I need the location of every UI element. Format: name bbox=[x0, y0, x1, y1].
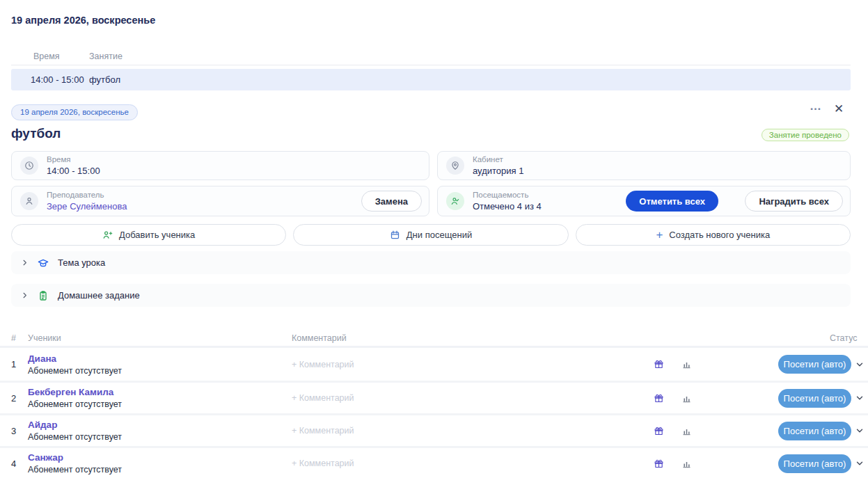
homework-section[interactable]: Домашнее задание bbox=[11, 284, 851, 307]
chevron-right-icon bbox=[21, 259, 29, 266]
subscription-status: Абонемент отсутствует bbox=[28, 465, 292, 475]
subscription-status: Абонемент отсутствует bbox=[28, 399, 292, 409]
page-title: 19 апреля 2026, воскресенье bbox=[11, 15, 155, 26]
bar-chart-icon[interactable] bbox=[672, 459, 700, 469]
teacher-name-link[interactable]: Зере Сулейменова bbox=[47, 201, 361, 212]
comment-placeholder[interactable]: + Комментарий bbox=[292, 360, 645, 369]
visit-days-label: Дни посещений bbox=[407, 230, 472, 240]
attendance-label: Посещаемость bbox=[473, 191, 599, 200]
attendance-card: Посещаемость Отмечено 4 из 4 Отметить вс… bbox=[437, 186, 851, 216]
row-number: 2 bbox=[11, 393, 28, 404]
homework-label: Домашнее задание bbox=[58, 290, 140, 301]
time-value: 14:00 - 15:00 bbox=[47, 166, 100, 177]
bar-chart-icon[interactable] bbox=[672, 359, 700, 369]
gift-icon[interactable] bbox=[645, 426, 672, 436]
student-name-link[interactable]: Айдар bbox=[28, 420, 292, 430]
close-icon[interactable]: ✕ bbox=[834, 102, 844, 116]
room-label: Кабинет bbox=[473, 155, 523, 164]
chevron-down-icon[interactable] bbox=[851, 459, 868, 468]
students-table-header: # Ученики Комментарий Статус bbox=[0, 333, 868, 346]
schedule-row-time: 14:00 - 15:00 bbox=[31, 74, 89, 85]
gift-icon[interactable] bbox=[645, 393, 672, 404]
user-plus-icon bbox=[102, 230, 113, 240]
student-row: 1 Диана Абонемент отсутствует + Коммента… bbox=[0, 348, 868, 381]
attendance-value: Отмечено 4 из 4 bbox=[473, 201, 599, 212]
subscription-status: Абонемент отсутствует bbox=[28, 366, 292, 376]
chevron-down-icon[interactable] bbox=[851, 360, 868, 369]
student-row: 4 Санжар Абонемент отсутствует + Коммент… bbox=[0, 446, 868, 478]
time-label: Время bbox=[47, 155, 100, 164]
reward-all-button[interactable]: Наградить всех bbox=[745, 191, 843, 212]
attendance-status-pill[interactable]: Посетил (авто) bbox=[778, 422, 851, 440]
teacher-label: Преподаватель bbox=[47, 191, 361, 200]
student-name-link[interactable]: Диана bbox=[28, 353, 292, 364]
gift-icon[interactable] bbox=[645, 359, 672, 369]
schedule-row[interactable]: 14:00 - 15:00 футбол bbox=[11, 69, 851, 90]
bar-chart-icon[interactable] bbox=[672, 426, 700, 436]
comment-placeholder[interactable]: + Комментарий bbox=[292, 393, 645, 403]
comment-placeholder[interactable]: + Комментарий bbox=[292, 459, 645, 468]
user-icon bbox=[20, 192, 38, 210]
comment-placeholder[interactable]: + Комментарий bbox=[292, 426, 645, 436]
chevron-down-icon[interactable] bbox=[851, 393, 868, 403]
add-student-button[interactable]: Добавить ученика bbox=[11, 224, 286, 246]
visit-days-button[interactable]: Дни посещений bbox=[293, 224, 568, 246]
lesson-page: 19 апреля 2026, воскресенье Время Заняти… bbox=[0, 0, 868, 478]
time-card: Время 14:00 - 15:00 bbox=[11, 151, 429, 180]
attendance-status-pill[interactable]: Посетил (авто) bbox=[778, 355, 851, 374]
col-status: Статус bbox=[830, 333, 858, 343]
student-row: 3 Айдар Абонемент отсутствует + Коммента… bbox=[0, 413, 868, 446]
graduation-cap-icon bbox=[38, 257, 49, 269]
attendance-status-pill[interactable]: Посетил (авто) bbox=[778, 454, 851, 473]
students-table: 1 Диана Абонемент отсутствует + Коммента… bbox=[0, 348, 868, 478]
location-pin-icon bbox=[446, 157, 464, 175]
schedule-header-divider bbox=[11, 65, 851, 65]
clock-icon bbox=[20, 157, 38, 175]
room-value: аудитория 1 bbox=[473, 166, 523, 177]
attendance-status-pill[interactable]: Посетил (авто) bbox=[778, 389, 851, 408]
row-number: 1 bbox=[11, 359, 28, 369]
schedule-row-lesson: футбол bbox=[89, 74, 120, 85]
create-student-label: Создать нового ученика bbox=[669, 230, 770, 240]
plus-icon: + bbox=[656, 229, 663, 241]
student-row: 2 Бекберген Камила Абонемент отсутствует… bbox=[0, 381, 868, 413]
row-number: 4 bbox=[11, 459, 28, 469]
lesson-topic-section[interactable]: Тема урока bbox=[11, 251, 851, 274]
gift-icon[interactable] bbox=[645, 459, 672, 469]
user-check-icon bbox=[446, 192, 464, 210]
col-students: Ученики bbox=[28, 333, 61, 343]
add-student-label: Добавить ученика bbox=[119, 230, 195, 240]
bar-chart-icon[interactable] bbox=[672, 393, 700, 404]
student-name-link[interactable]: Санжар bbox=[28, 452, 292, 463]
col-number: # bbox=[11, 333, 16, 343]
schedule-col-lesson: Занятие bbox=[89, 51, 123, 61]
row-number: 3 bbox=[11, 426, 28, 436]
subscription-status: Абонемент отсутствует bbox=[28, 432, 292, 442]
more-menu-icon[interactable]: … bbox=[810, 99, 822, 113]
student-name-link[interactable]: Бекберген Камила bbox=[28, 387, 292, 397]
substitute-button[interactable]: Замена bbox=[361, 191, 422, 212]
mark-all-button[interactable]: Отметить всех bbox=[626, 191, 718, 212]
room-card: Кабинет аудитория 1 bbox=[437, 151, 851, 180]
lesson-info-cards: Время 14:00 - 15:00 Кабинет аудитория 1 … bbox=[11, 151, 851, 216]
teacher-card: Преподаватель Зере Сулейменова Замена bbox=[11, 186, 429, 216]
lesson-topic-label: Тема урока bbox=[58, 257, 105, 268]
chevron-down-icon[interactable] bbox=[851, 426, 868, 436]
date-chip[interactable]: 19 апреля 2026, воскресенье bbox=[11, 104, 138, 120]
col-comment: Комментарий bbox=[292, 333, 347, 343]
lesson-title: футбол bbox=[11, 126, 61, 141]
lesson-actions-row: Добавить ученика Дни посещений + Создать… bbox=[11, 224, 851, 246]
chevron-right-icon bbox=[21, 292, 29, 299]
clipboard-icon bbox=[38, 290, 49, 301]
calendar-icon bbox=[390, 230, 400, 240]
create-student-button[interactable]: + Создать нового ученика bbox=[576, 224, 851, 246]
schedule-col-time: Время bbox=[33, 51, 60, 61]
lesson-status-badge: Занятие проведено bbox=[762, 129, 849, 141]
